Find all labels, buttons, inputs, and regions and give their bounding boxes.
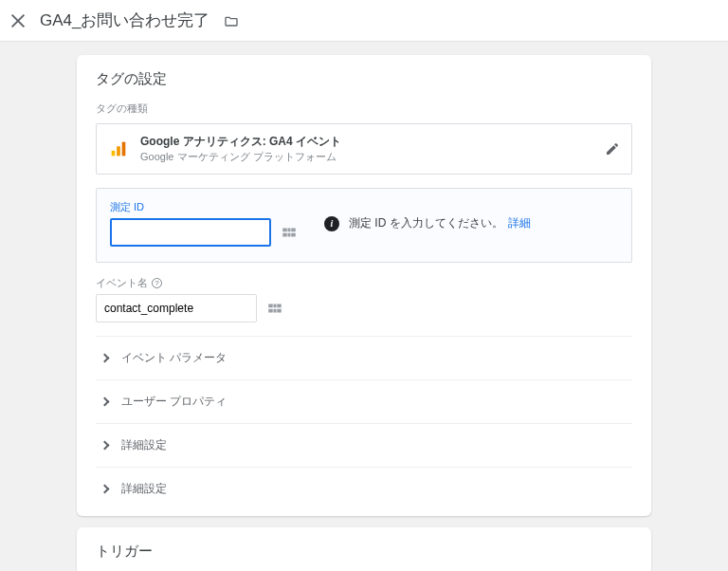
- expand-label: ユーザー プロパティ: [121, 394, 227, 410]
- tag-type-sub: Google マーケティング プラットフォーム: [140, 150, 593, 164]
- tag-type-name: Google アナリティクス: GA4 イベント: [140, 134, 593, 150]
- expand-event-parameters[interactable]: イベント パラメータ: [96, 336, 632, 379]
- svg-rect-12: [268, 309, 273, 313]
- svg-rect-1: [117, 146, 120, 156]
- close-icon[interactable]: [9, 12, 27, 29]
- warn-link[interactable]: 詳細: [508, 216, 531, 230]
- measurement-id-panel: 測定 ID i 測定 ID を入力してください。 詳細: [96, 188, 632, 263]
- svg-rect-5: [291, 229, 296, 232]
- svg-rect-3: [282, 229, 287, 232]
- svg-rect-4: [288, 229, 291, 232]
- svg-rect-0: [112, 151, 116, 157]
- trigger-card: トリガー 配信トリガー お問い合わせ完了 ページビュー: [77, 527, 651, 571]
- event-name-input[interactable]: [96, 294, 257, 322]
- variable-picker-icon[interactable]: [277, 218, 301, 247]
- tag-type-text: Google アナリティクス: GA4 イベント Google マーケティング …: [140, 134, 593, 164]
- ga4-icon: [108, 138, 129, 159]
- svg-rect-10: [274, 304, 277, 308]
- tag-settings-card: タグの設定 タグの種類 Google アナリティクス: GA4 イベント Goo…: [77, 55, 651, 516]
- measurement-id-label: 測定 ID: [110, 200, 301, 214]
- svg-rect-13: [274, 309, 277, 313]
- edit-tag-type-icon[interactable]: [605, 141, 620, 157]
- tag-type-label: タグの種類: [96, 101, 632, 116]
- expand-advanced-settings-2[interactable]: 詳細設定: [96, 467, 632, 510]
- folder-icon[interactable]: [223, 14, 240, 28]
- measurement-id-input[interactable]: [110, 218, 271, 247]
- help-icon[interactable]: ?: [152, 278, 162, 288]
- chevron-right-icon: [100, 485, 110, 494]
- svg-rect-6: [282, 233, 287, 237]
- tag-type-row[interactable]: Google アナリティクス: GA4 イベント Google マーケティング …: [96, 123, 632, 175]
- expand-user-properties[interactable]: ユーザー プロパティ: [96, 379, 632, 423]
- tag-settings-title: タグの設定: [96, 70, 632, 88]
- svg-rect-9: [268, 304, 273, 308]
- chevron-right-icon: [100, 397, 110, 407]
- svg-rect-14: [277, 309, 282, 313]
- event-name-label: イベント名: [96, 276, 148, 290]
- page-title: GA4_お問い合わせ完了: [40, 9, 209, 31]
- svg-rect-11: [277, 304, 282, 308]
- chevron-right-icon: [100, 354, 110, 363]
- info-icon: i: [324, 216, 339, 231]
- warn-text: 測定 ID を入力してください。: [349, 216, 503, 230]
- svg-rect-2: [122, 142, 126, 157]
- expand-label: 詳細設定: [121, 437, 167, 453]
- expand-label: イベント パラメータ: [121, 350, 227, 366]
- expand-advanced-settings-1[interactable]: 詳細設定: [96, 423, 632, 467]
- chevron-right-icon: [100, 441, 110, 451]
- trigger-section-title: トリガー: [96, 543, 632, 561]
- measurement-id-warning: i 測定 ID を入力してください。 詳細: [324, 215, 531, 231]
- variable-picker-icon[interactable]: [263, 294, 287, 322]
- page-header: GA4_お問い合わせ完了: [0, 0, 728, 42]
- expand-label: 詳細設定: [121, 481, 167, 497]
- svg-rect-7: [288, 233, 291, 237]
- svg-rect-8: [291, 233, 296, 237]
